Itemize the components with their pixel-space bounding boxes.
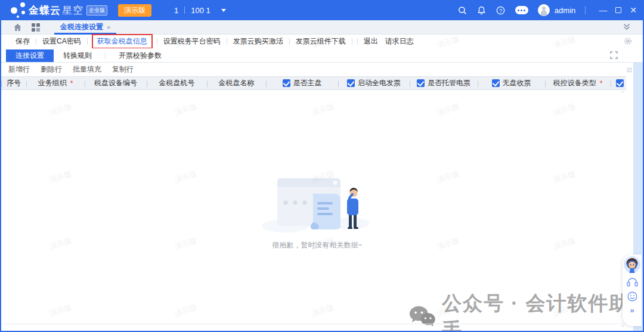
column-header-seq[interactable]: 序号	[1, 77, 26, 89]
help-icon[interactable]: ?	[496, 5, 506, 15]
column-header-clipped[interactable]	[611, 77, 626, 89]
collapse-double-chevron-icon[interactable]	[623, 23, 631, 33]
column-header-tax-control-device-type[interactable]: 税控设备类型*	[545, 77, 611, 89]
scroll-down-icon[interactable]: ⌄	[620, 322, 625, 328]
app-title: 金蝶云 星空	[29, 4, 83, 17]
invoice-cloud-component-download-button[interactable]: 发票云组件下载	[292, 36, 349, 46]
divider	[352, 38, 352, 45]
batch-fill-button[interactable]: 批量填充	[73, 64, 101, 75]
scroll-up-icon[interactable]: ⌃	[620, 91, 625, 97]
checkbox-checked-icon[interactable]	[492, 79, 500, 87]
minimize-button[interactable]: —	[599, 6, 607, 14]
headset-support-icon[interactable]	[627, 277, 638, 287]
user-avatar[interactable]	[538, 4, 550, 16]
topbar-actions: ? admin — ✕	[458, 4, 637, 16]
home-icon[interactable]	[13, 23, 22, 32]
search-icon[interactable]	[458, 5, 467, 15]
divider	[36, 38, 36, 45]
checkbox-checked-icon[interactable]	[417, 79, 425, 87]
column-header-enable-all-e-invoice[interactable]: 启动全电发票	[338, 77, 410, 89]
column-header-golden-tax-disk-no[interactable]: 金税盘机号	[147, 77, 207, 89]
empty-state-message: 很抱歉，暂时没有相关数据~	[258, 240, 377, 250]
org-count-left: 1	[174, 6, 178, 15]
username-label: admin	[555, 6, 575, 15]
app-title-bold: 金蝶云	[29, 4, 61, 17]
column-header-golden-tax-disk-name[interactable]: 金税盘名称	[207, 77, 266, 89]
subtab-conversion-rules[interactable]: 转换规则	[54, 49, 101, 62]
tab-tax-connection-settings[interactable]: 金税连接设置 ×	[53, 20, 117, 35]
main-toolbar: 保存 设置CA密码 获取金税盘信息 设置税务平台密码 发票云购买激活 发票云组件…	[1, 35, 643, 48]
assistant-avatar[interactable]	[624, 256, 640, 273]
demo-watermark: 演示版	[173, 302, 199, 319]
app-title-light: 星空	[62, 4, 83, 17]
org-selector[interactable]: 1 100 1	[174, 6, 226, 15]
wechat-footer-watermark: 公众号 · 会计软件助手	[408, 290, 643, 332]
tab-close-icon[interactable]: ×	[107, 24, 110, 31]
settings-subtabs: 连接设置 转换规则 开票校验参数	[1, 48, 643, 63]
divider	[227, 38, 227, 45]
grid-bottom-border	[2, 324, 625, 324]
window-controls: — ✕	[599, 6, 637, 14]
copy-row-button[interactable]: 复制行	[112, 64, 134, 75]
document-tabbar: 金税连接设置 ×	[1, 20, 643, 35]
divider	[585, 6, 586, 14]
demo-version-badge: 演示版	[118, 4, 151, 17]
wechat-icon	[408, 305, 436, 330]
topbar: 金蝶云 星空 企业版 演示版 1 100 1 ? admin	[1, 0, 643, 20]
checkbox-checked-icon[interactable]	[347, 79, 355, 87]
expand-fullscreen-icon[interactable]	[610, 51, 618, 61]
panel-drag-handle[interactable]	[627, 67, 632, 73]
kingdee-logo-icon	[6, 1, 26, 19]
apps-grid-icon[interactable]	[32, 23, 40, 32]
more-options-icon[interactable]	[515, 6, 528, 14]
table-header: 序号 业务组织* 税盘设备编号 金税盘机号 金税盘名称 是否主盘 启动全电发票 …	[1, 76, 626, 90]
edition-badge: 企业版	[86, 5, 107, 15]
org-count-right: 100 1	[191, 6, 210, 15]
subtab-invoice-validation-params[interactable]: 开票校验参数	[109, 49, 171, 62]
grid-toolbar: 新增行 删除行 批量填充 复制行	[1, 63, 643, 76]
divider	[157, 38, 157, 45]
demo-watermark: 演示版	[310, 302, 336, 319]
column-header-is-main-disk[interactable]: 是否主盘	[266, 77, 338, 89]
divider	[289, 38, 290, 45]
notification-bell-icon[interactable]	[477, 5, 487, 15]
tab-label: 金税连接设置	[60, 22, 103, 32]
set-ca-password-button[interactable]: 设置CA密码	[39, 36, 85, 46]
column-header-tax-disk-device-no[interactable]: 税盘设备编号	[85, 77, 147, 89]
checkbox-checked-icon[interactable]	[283, 79, 290, 87]
highlight-annotation-box: 获取金税盘信息	[92, 34, 153, 49]
wechat-watermark-text: 公众号 · 会计软件助手	[442, 290, 643, 332]
app-window: 金蝶云 星空 企业版 演示版 1 100 1 ? admin	[0, 0, 644, 332]
required-asterisk: *	[70, 79, 73, 88]
exit-button[interactable]: 退出	[360, 36, 382, 46]
divider	[184, 7, 185, 14]
add-row-button[interactable]: 新增行	[8, 64, 30, 75]
demo-watermark: 演示版	[48, 302, 73, 319]
close-button[interactable]: ✕	[630, 6, 637, 14]
delete-row-button[interactable]: 删除行	[41, 64, 62, 75]
invoice-cloud-purchase-button[interactable]: 发票云购买激活	[230, 36, 287, 46]
divider	[105, 52, 106, 59]
empty-state-illustration	[261, 173, 374, 233]
column-header-business-org[interactable]: 业务组织*	[26, 77, 85, 89]
chevron-down-icon[interactable]	[221, 9, 226, 12]
svg-text:?: ?	[499, 7, 502, 13]
save-button[interactable]: 保存	[12, 36, 33, 46]
subtab-connection-settings[interactable]: 连接设置	[6, 49, 54, 62]
gear-icon[interactable]	[624, 37, 632, 47]
column-header-is-hosted-e-ticket[interactable]: 是否托管电票	[410, 77, 478, 89]
maximize-button[interactable]	[615, 7, 621, 13]
required-asterisk: *	[600, 79, 603, 88]
divider	[87, 38, 88, 45]
divider	[357, 38, 358, 45]
column-header-diskless-receipt[interactable]: 无盘收票	[478, 77, 545, 89]
empty-state: 很抱歉，暂时没有相关数据~	[258, 173, 377, 250]
checkbox-checked-icon[interactable]	[616, 79, 624, 87]
grid-body: 很抱歉，暂时没有相关数据~ 公众号 · 会计软件助手	[1, 90, 643, 303]
request-log-button[interactable]: 请求日志	[382, 36, 417, 46]
smiley-feedback-icon[interactable]	[627, 291, 637, 302]
panel-expand-icon[interactable]: »	[630, 306, 634, 315]
set-tax-platform-password-button[interactable]: 设置税务平台密码	[160, 36, 224, 46]
assistant-dock-panel: »	[623, 255, 642, 326]
get-tax-disk-info-button[interactable]: 获取金税盘信息	[96, 37, 148, 45]
